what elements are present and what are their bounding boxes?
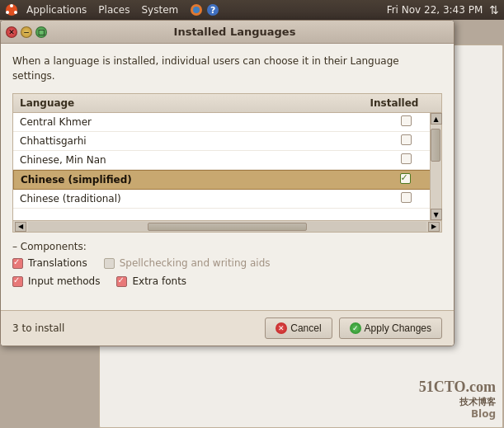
language-name: Central Khmer xyxy=(20,116,377,128)
language-name: Chinese (simplified) xyxy=(21,174,376,186)
network-icon: ⇅ xyxy=(489,3,499,16)
scroll-up-button[interactable]: ▲ xyxy=(431,113,442,125)
taskbar-menu: Applications Places System xyxy=(21,2,183,17)
footer-buttons: ✕ Cancel ✓ Apply Changes xyxy=(265,317,442,339)
dialog-titlebar: ✕ − □ Installed Languages xyxy=(1,21,454,44)
table-row-selected[interactable]: Chinese (simplified) xyxy=(13,170,441,190)
scroll-left-button[interactable]: ◀ xyxy=(15,222,26,232)
watermark-subtitle: 技术博客 xyxy=(419,396,496,408)
taskbar-right: Fri Nov 22, 3:43 PM ⇅ xyxy=(387,3,499,16)
translations-checkbox-row: Translations xyxy=(12,257,87,269)
spellchecking-checkbox-row: Spellchecking and writing aids xyxy=(104,257,271,269)
table-row[interactable]: Chinese, Min Nan xyxy=(13,151,441,170)
translations-checkbox[interactable] xyxy=(12,258,23,269)
col-language-header: Language xyxy=(20,97,365,109)
svg-point-2 xyxy=(14,11,17,14)
menu-applications[interactable]: Applications xyxy=(21,2,92,17)
window-controls: ✕ − □ xyxy=(6,26,47,38)
installed-check xyxy=(377,115,435,129)
installed-check xyxy=(377,192,435,205)
maximize-button[interactable]: □ xyxy=(35,26,47,38)
vertical-scrollbar[interactable]: ▲ ▼ xyxy=(430,113,441,220)
checkbox-checked-icon xyxy=(400,173,411,184)
taskbar-left: Applications Places System ? xyxy=(5,2,219,17)
cancel-label: Cancel xyxy=(290,322,321,334)
input-methods-checkbox[interactable] xyxy=(12,276,23,287)
ubuntu-icon[interactable] xyxy=(5,3,18,16)
watermark-blog: Blog xyxy=(419,408,496,420)
svg-point-5 xyxy=(193,7,200,13)
components-title: – Components: xyxy=(12,241,442,252)
language-name: Chinese (traditional) xyxy=(20,193,377,205)
installed-check xyxy=(376,173,434,186)
extra-fonts-checkbox[interactable] xyxy=(116,276,127,287)
menu-system[interactable]: System xyxy=(136,2,183,17)
watermark-site: 51CTO.com xyxy=(419,379,496,396)
dialog-content: When a language is installed, individual… xyxy=(1,44,454,310)
checkbox-empty-icon xyxy=(401,153,412,164)
table-body: Central Khmer Chhattisgarhi Chinese, Min… xyxy=(13,113,441,220)
help-icon[interactable]: ? xyxy=(206,3,219,16)
scroll-right-button[interactable]: ▶ xyxy=(428,222,440,232)
h-scroll-track xyxy=(28,222,426,232)
apply-changes-button[interactable]: ✓ Apply Changes xyxy=(339,317,442,339)
extra-fonts-checkbox-row: Extra fonts xyxy=(116,275,186,287)
spellchecking-checkbox[interactable] xyxy=(104,258,115,269)
firefox-icon[interactable] xyxy=(190,3,203,16)
installed-check xyxy=(377,134,435,148)
close-button[interactable]: ✕ xyxy=(6,26,17,38)
desktop: Install / Remove Languages... Keyboard i… xyxy=(0,20,504,428)
horizontal-scrollbar[interactable]: ◀ ▶ xyxy=(13,220,441,232)
language-table: Language Installed Central Khmer Chhatti… xyxy=(12,93,442,233)
spellchecking-label: Spellchecking and writing aids xyxy=(120,257,271,269)
dialog-footer: 3 to install ✕ Cancel ✓ Apply Changes xyxy=(1,310,454,346)
installed-check xyxy=(377,153,435,167)
language-name: Chinese, Min Nan xyxy=(20,154,377,166)
watermark: 51CTO.com 技术博客 Blog xyxy=(419,379,496,420)
checkbox-empty-icon xyxy=(401,134,412,145)
apply-label: Apply Changes xyxy=(365,322,431,334)
apply-icon: ✓ xyxy=(350,322,361,334)
input-methods-checkbox-row: Input methods xyxy=(12,275,100,287)
col-installed-header: Installed xyxy=(365,97,423,109)
scroll-down-button[interactable]: ▼ xyxy=(431,209,442,220)
taskbar: Applications Places System ? Fri Nov 22,… xyxy=(0,0,504,20)
svg-point-3 xyxy=(6,11,9,14)
table-header: Language Installed xyxy=(13,94,441,113)
language-name: Chhattisgarhi xyxy=(20,135,377,147)
cancel-button[interactable]: ✕ Cancel xyxy=(265,317,332,339)
cancel-icon: ✕ xyxy=(276,322,287,334)
dialog-description: When a language is installed, individual… xyxy=(12,54,442,83)
table-row[interactable]: Central Khmer xyxy=(13,113,441,132)
dialog-title: Installed Languages xyxy=(54,26,416,38)
extra-fonts-label: Extra fonts xyxy=(132,275,186,287)
components-section: – Components: Translations Spellchecking… xyxy=(12,241,442,290)
h-scroll-thumb[interactable] xyxy=(148,223,307,231)
svg-point-1 xyxy=(10,4,13,7)
install-status: 3 to install xyxy=(12,322,265,334)
installed-languages-dialog: ✕ − □ Installed Languages When a languag… xyxy=(0,20,455,346)
menu-places[interactable]: Places xyxy=(93,2,134,17)
translations-label: Translations xyxy=(28,257,87,269)
checkbox-empty-icon xyxy=(401,115,412,126)
table-row[interactable]: Chhattisgarhi xyxy=(13,132,441,151)
checkbox-empty-icon xyxy=(401,192,412,203)
input-methods-label: Input methods xyxy=(28,275,100,287)
scroll-track xyxy=(431,125,441,209)
svg-text:?: ? xyxy=(210,5,215,16)
table-row[interactable]: Chinese (traditional) xyxy=(13,190,441,209)
clock: Fri Nov 22, 3:43 PM xyxy=(387,4,483,16)
scroll-thumb[interactable] xyxy=(431,129,440,162)
minimize-button[interactable]: − xyxy=(21,26,32,38)
